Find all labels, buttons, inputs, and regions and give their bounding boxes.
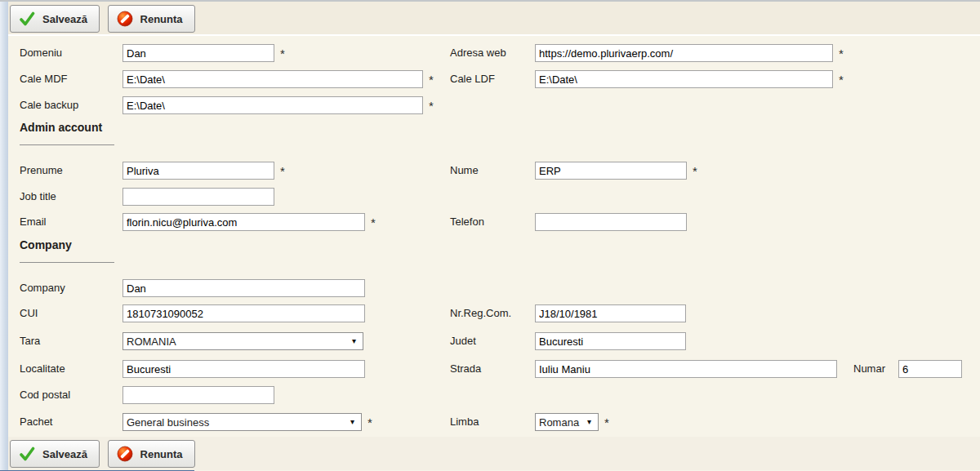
adresa-web-label: Adresa web	[450, 44, 506, 62]
section-divider	[20, 144, 114, 145]
company-input[interactable]	[122, 279, 365, 297]
top-toolbar: Salvează Renunta	[0, 2, 980, 36]
numar-input[interactable]	[898, 360, 962, 378]
judet-label: Judet	[450, 332, 476, 350]
left-accent-strip	[0, 2, 8, 471]
admin-account-section-title: Admin account	[20, 121, 102, 134]
cod-postal-input[interactable]	[122, 386, 274, 404]
telefon-input[interactable]	[535, 213, 687, 231]
save-button[interactable]: Salvează	[10, 5, 100, 33]
tara-select[interactable]: ROMANIA ▾	[122, 332, 363, 350]
cancel-button-label: Renunta	[140, 13, 183, 25]
nume-input[interactable]	[535, 162, 687, 180]
chevron-down-icon: ▾	[347, 333, 359, 349]
company-label: Company	[20, 279, 65, 297]
email-label: Email	[20, 213, 47, 231]
domeniu-label: Domeniu	[20, 44, 62, 62]
cale-mdf-input[interactable]	[122, 70, 423, 88]
save-button-label: Salvează	[42, 448, 87, 460]
cancel-icon	[117, 446, 133, 462]
nr-reg-com-input[interactable]	[535, 304, 686, 322]
cancel-button[interactable]: Renunta	[108, 5, 195, 33]
strada-input[interactable]	[535, 360, 837, 378]
cui-input[interactable]	[122, 304, 365, 322]
save-button-bottom[interactable]: Salvează	[10, 440, 100, 468]
cale-mdf-label: Cale MDF	[20, 70, 68, 88]
telefon-label: Telefon	[450, 213, 484, 231]
pachet-label: Pachet	[20, 413, 52, 431]
cancel-icon	[117, 11, 133, 27]
cale-ldf-label: Cale LDF	[450, 70, 495, 88]
required-marker: *	[693, 162, 697, 180]
job-title-label: Job title	[20, 188, 56, 206]
localitate-input[interactable]	[122, 360, 365, 378]
check-icon	[19, 11, 35, 27]
required-marker: *	[429, 70, 434, 88]
adresa-web-input[interactable]	[535, 44, 833, 62]
chevron-down-icon: ▾	[582, 414, 595, 430]
required-marker: *	[280, 44, 285, 62]
section-divider	[20, 262, 114, 263]
required-marker: *	[429, 96, 434, 114]
required-marker: *	[280, 162, 285, 180]
numar-label: Numar	[853, 360, 885, 378]
required-marker: *	[604, 413, 609, 431]
tara-select-value: ROMANIA	[127, 335, 347, 348]
prenume-label: Prenume	[20, 162, 63, 180]
localitate-label: Localitate	[20, 360, 65, 378]
bottom-toolbar: Salvează Renunta	[0, 437, 980, 470]
required-marker: *	[371, 213, 376, 231]
chevron-down-icon: ▾	[345, 414, 358, 430]
limba-label: Limba	[450, 413, 479, 431]
pachet-select[interactable]: General business ▾	[122, 413, 362, 431]
cale-backup-label: Cale backup	[20, 96, 78, 114]
prenume-input[interactable]	[122, 162, 274, 180]
limba-select[interactable]: Romana ▾	[535, 413, 599, 431]
strada-label: Strada	[450, 360, 481, 378]
company-section-title: Company	[20, 238, 72, 251]
cui-label: CUI	[20, 304, 38, 322]
cale-ldf-input[interactable]	[535, 70, 833, 88]
job-title-input[interactable]	[122, 188, 274, 206]
save-button-label: Salvează	[42, 13, 87, 25]
cod-postal-label: Cod postal	[20, 386, 70, 404]
setup-form-page: Salvează Renunta Do	[0, 0, 980, 471]
required-marker: *	[839, 44, 844, 62]
domeniu-input[interactable]	[122, 44, 274, 62]
nr-reg-com-label: Nr.Reg.Com.	[450, 304, 511, 322]
check-icon	[19, 446, 35, 462]
required-marker: *	[839, 70, 844, 88]
required-marker: *	[368, 413, 372, 431]
judet-input[interactable]	[535, 332, 686, 350]
cancel-button-bottom[interactable]: Renunta	[108, 440, 195, 468]
nume-label: Nume	[450, 162, 479, 180]
limba-select-value: Romana	[539, 416, 582, 429]
email-input[interactable]	[122, 213, 365, 231]
tara-label: Tara	[20, 332, 40, 350]
pachet-select-value: General business	[127, 416, 345, 429]
cale-backup-input[interactable]	[122, 96, 423, 114]
cancel-button-label: Renunta	[140, 448, 183, 460]
